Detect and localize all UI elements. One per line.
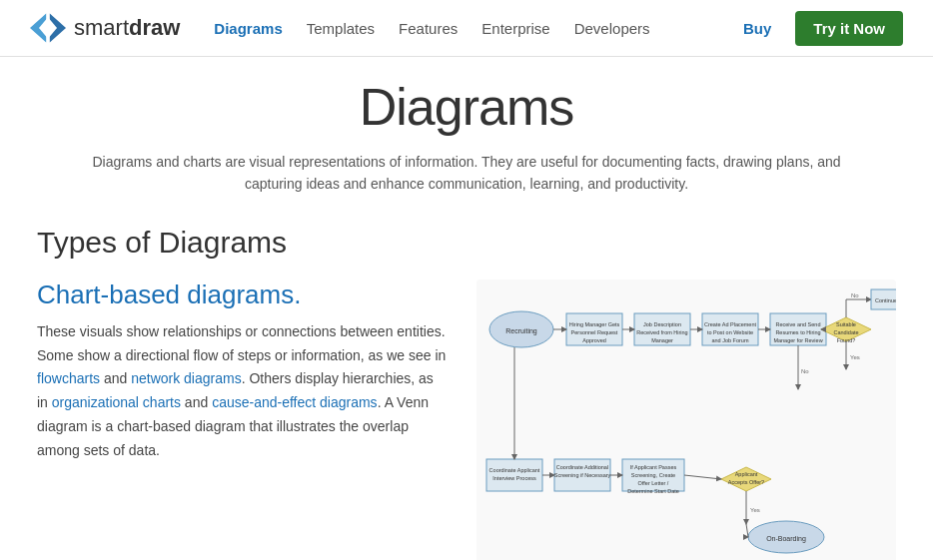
svg-text:Yes: Yes xyxy=(750,507,760,513)
flowchart-svg: Recruiting Hiring Manager Gets Personnel… xyxy=(476,280,896,560)
nav-buy-button[interactable]: Buy xyxy=(743,20,771,37)
svg-text:Job Description: Job Description xyxy=(643,321,681,327)
svg-text:Create Ad Placement: Create Ad Placement xyxy=(704,321,756,327)
svg-text:and Job Forum: and Job Forum xyxy=(712,337,749,343)
svg-text:On-Boarding: On-Boarding xyxy=(766,535,806,543)
nav-link-developers[interactable]: Developers xyxy=(574,20,650,37)
page-title: Diagrams xyxy=(37,77,896,137)
svg-text:Coordinate Applicant: Coordinate Applicant xyxy=(489,467,540,473)
logo[interactable]: smartdraw xyxy=(30,10,180,46)
svg-text:Suitable: Suitable xyxy=(836,321,856,327)
nav-link-diagrams[interactable]: Diagrams xyxy=(214,20,282,37)
logo-text: smartdraw xyxy=(74,15,180,41)
svg-text:Yes: Yes xyxy=(850,354,860,360)
svg-text:Screening if Necessary: Screening if Necessary xyxy=(554,472,611,478)
svg-text:to Post on Website: to Post on Website xyxy=(707,329,753,335)
nav-links: Diagrams Templates Features Enterprise D… xyxy=(214,20,649,37)
cause-effect-link[interactable]: cause-and-effect diagrams xyxy=(212,394,378,410)
svg-text:Applicant: Applicant xyxy=(735,471,758,477)
flowchart-diagram: Recruiting Hiring Manager Gets Personnel… xyxy=(476,280,896,560)
section-text: Chart-based diagrams. These visuals show… xyxy=(37,280,447,463)
svg-text:Hiring Manager Gets: Hiring Manager Gets xyxy=(569,321,620,327)
types-heading: Types of Diagrams xyxy=(37,226,896,260)
svg-text:Screening, Create: Screening, Create xyxy=(631,472,675,478)
chart-based-section: Chart-based diagrams. These visuals show… xyxy=(37,280,896,560)
logo-icon xyxy=(30,10,66,46)
svg-text:Personnel Request: Personnel Request xyxy=(571,329,618,335)
svg-text:Offer Letter /: Offer Letter / xyxy=(638,480,669,486)
svg-text:Resumes to Hiring: Resumes to Hiring xyxy=(775,329,820,335)
navbar: smartdraw Diagrams Templates Features En… xyxy=(0,0,933,57)
svg-text:Receive and Send: Receive and Send xyxy=(776,321,821,327)
nav-link-templates[interactable]: Templates xyxy=(307,20,375,37)
svg-text:If Applicant Passes: If Applicant Passes xyxy=(630,464,677,470)
svg-text:Manager: Manager xyxy=(651,337,673,343)
svg-text:No: No xyxy=(801,368,809,374)
svg-text:Recruiting: Recruiting xyxy=(505,327,537,335)
nav-link-features[interactable]: Features xyxy=(399,20,458,37)
network-diagrams-link[interactable]: network diagrams xyxy=(131,370,242,386)
page-subtitle: Diagrams and charts are visual represent… xyxy=(67,151,866,196)
section-body: These visuals show relationships or conn… xyxy=(37,320,447,463)
svg-text:Received from Hiring: Received from Hiring xyxy=(636,329,687,335)
svg-text:No: No xyxy=(851,292,859,298)
svg-text:Accepts Offer?: Accepts Offer? xyxy=(728,479,764,485)
svg-text:Coordinate Additional: Coordinate Additional xyxy=(556,464,608,470)
section-title: Chart-based diagrams. xyxy=(37,280,447,310)
svg-text:Continue Running Ad: Continue Running Ad xyxy=(875,297,896,303)
svg-text:Candidate: Candidate xyxy=(833,329,858,335)
nav-link-enterprise[interactable]: Enterprise xyxy=(481,20,549,37)
flowcharts-link[interactable]: flowcharts xyxy=(37,370,100,386)
nav-try-button[interactable]: Try it Now xyxy=(795,11,903,46)
svg-text:Manager for Review: Manager for Review xyxy=(773,337,822,343)
page-content: Diagrams Diagrams and charts are visual … xyxy=(7,57,926,560)
svg-text:Determine Start Date: Determine Start Date xyxy=(627,488,679,494)
org-charts-link[interactable]: organizational charts xyxy=(52,394,181,410)
svg-text:Approved: Approved xyxy=(582,337,606,343)
svg-text:Interview Process: Interview Process xyxy=(492,475,536,481)
